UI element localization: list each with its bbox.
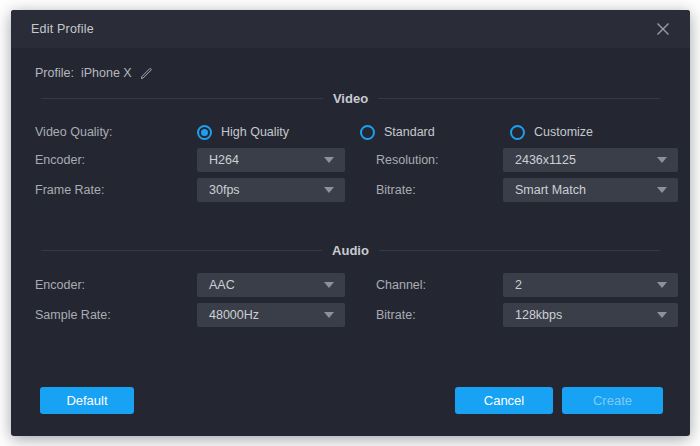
audio-section-title: Audio xyxy=(322,243,379,258)
video-bitrate-value: Smart Match xyxy=(515,183,586,197)
radio-customize[interactable]: Customize xyxy=(510,125,678,140)
video-encoder-label: Encoder: xyxy=(35,153,197,167)
audio-encoder-value: AAC xyxy=(209,278,235,292)
video-row-1: Encoder: H264 Resolution: 2436x1125 xyxy=(35,148,678,172)
radio-high-quality[interactable]: High Quality xyxy=(197,125,360,140)
edit-profile-dialog: Edit Profile Profile: iPhone X Video Vid… xyxy=(11,10,690,436)
audio-row-1: Encoder: AAC Channel: 2 xyxy=(35,273,678,297)
resolution-select[interactable]: 2436x1125 xyxy=(503,148,678,172)
radio-button-icon xyxy=(510,125,525,140)
chevron-down-icon xyxy=(324,157,334,163)
close-icon xyxy=(655,21,671,37)
video-section-header: Video xyxy=(41,90,660,106)
video-encoder-value: H264 xyxy=(209,153,239,167)
profile-name: iPhone X xyxy=(81,66,132,80)
radio-button-icon xyxy=(360,125,375,140)
sample-rate-select[interactable]: 48000Hz xyxy=(197,303,345,327)
close-button[interactable] xyxy=(652,18,674,40)
channel-select[interactable]: 2 xyxy=(503,273,678,297)
frame-rate-label: Frame Rate: xyxy=(35,183,197,197)
dialog-title: Edit Profile xyxy=(31,22,94,36)
video-encoder-select[interactable]: H264 xyxy=(197,148,345,172)
frame-rate-value: 30fps xyxy=(209,183,240,197)
video-bitrate-select[interactable]: Smart Match xyxy=(503,178,678,202)
edit-profile-name-button[interactable] xyxy=(139,66,154,81)
profile-label: Profile: xyxy=(35,66,74,80)
video-section-title: Video xyxy=(323,91,378,106)
audio-bitrate-value: 128kbps xyxy=(515,308,562,322)
divider-line xyxy=(41,98,323,99)
audio-row-2: Sample Rate: 48000Hz Bitrate: 128kbps xyxy=(35,303,678,327)
create-button[interactable]: Create xyxy=(562,387,663,414)
radio-button-icon xyxy=(197,125,212,140)
resolution-label: Resolution: xyxy=(376,153,503,167)
chevron-down-icon xyxy=(657,312,667,318)
profile-row: Profile: iPhone X xyxy=(35,62,154,84)
chevron-down-icon xyxy=(324,312,334,318)
frame-rate-select[interactable]: 30fps xyxy=(197,178,345,202)
video-bitrate-label: Bitrate: xyxy=(376,183,503,197)
resolution-value: 2436x1125 xyxy=(515,153,576,167)
chevron-down-icon xyxy=(657,157,667,163)
radio-customize-label: Customize xyxy=(534,125,593,139)
chevron-down-icon xyxy=(324,187,334,193)
cancel-button[interactable]: Cancel xyxy=(455,387,553,414)
divider-line xyxy=(41,250,322,251)
audio-bitrate-select[interactable]: 128kbps xyxy=(503,303,678,327)
radio-standard-label: Standard xyxy=(384,125,435,139)
chevron-down-icon xyxy=(324,282,334,288)
channel-value: 2 xyxy=(515,278,522,292)
video-row-2: Frame Rate: 30fps Bitrate: Smart Match xyxy=(35,178,678,202)
sample-rate-value: 48000Hz xyxy=(209,308,259,322)
video-quality-row: Video Quality: High Quality Standard Cus… xyxy=(35,123,678,141)
divider-line xyxy=(378,98,660,99)
radio-high-quality-label: High Quality xyxy=(221,125,289,139)
audio-bitrate-label: Bitrate: xyxy=(376,308,503,322)
default-button[interactable]: Default xyxy=(40,387,134,414)
radio-standard[interactable]: Standard xyxy=(360,125,510,140)
video-quality-label: Video Quality: xyxy=(35,125,197,139)
channel-label: Channel: xyxy=(376,278,503,292)
audio-encoder-select[interactable]: AAC xyxy=(197,273,345,297)
chevron-down-icon xyxy=(657,187,667,193)
audio-section-header: Audio xyxy=(41,242,660,258)
audio-encoder-label: Encoder: xyxy=(35,278,197,292)
dialog-titlebar: Edit Profile xyxy=(11,10,690,48)
divider-line xyxy=(379,250,660,251)
pencil-icon xyxy=(139,66,154,81)
chevron-down-icon xyxy=(657,282,667,288)
sample-rate-label: Sample Rate: xyxy=(35,308,197,322)
